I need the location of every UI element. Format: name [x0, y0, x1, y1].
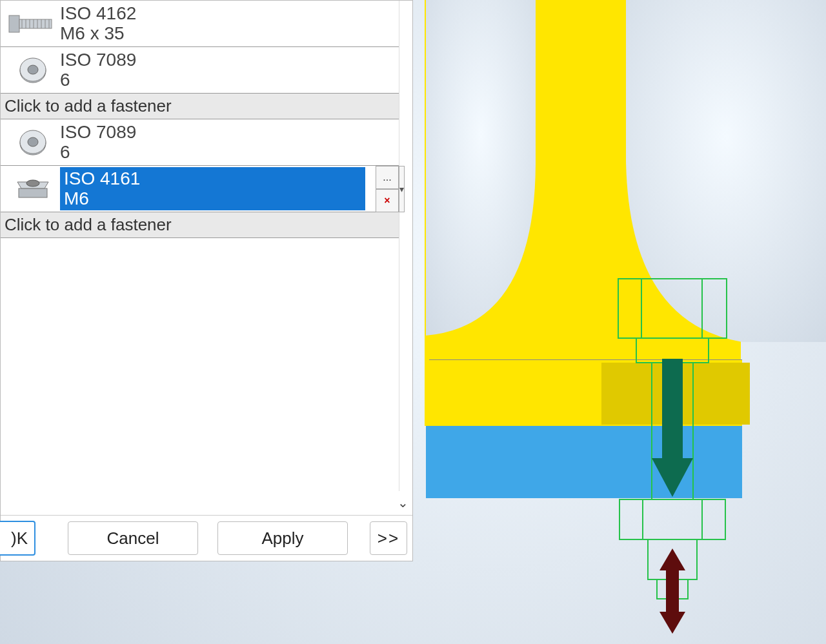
bolted-connection-dialog: ISO 4162 M6 x 35 ISO 7089 6 — [0, 0, 413, 561]
svg-rect-34 — [19, 188, 47, 197]
apply-button[interactable]: Apply — [217, 521, 348, 555]
add-fastener-prompt-upper[interactable]: Click to add a fastener — [1, 94, 399, 119]
fastener-size: 6 — [60, 70, 396, 90]
svg-point-36 — [26, 180, 39, 186]
nut-icon — [6, 167, 60, 210]
svg-rect-6 — [426, 426, 742, 498]
collapse-chevron-icon[interactable]: ⌄ — [398, 495, 408, 510]
add-fastener-prompt-lower[interactable]: Click to add a fastener — [1, 212, 399, 238]
fastener-list: ISO 4162 M6 x 35 ISO 7089 6 — [1, 1, 399, 491]
fastener-size: 6 — [60, 143, 396, 163]
fastener-row-washer-lower[interactable]: ISO 7089 6 — [1, 119, 399, 166]
svg-rect-12 — [643, 499, 702, 539]
fastener-browse-button[interactable]: ... — [376, 166, 399, 189]
svg-rect-19 — [19, 19, 52, 28]
cancel-button[interactable]: Cancel — [68, 521, 198, 555]
fastener-size: M6 x 35 — [60, 24, 396, 44]
washer-icon — [6, 121, 60, 164]
drag-length-arrow[interactable] — [660, 548, 685, 634]
ok-button[interactable]: )K — [0, 521, 35, 556]
fastener-size: M6 — [64, 189, 361, 209]
fastener-standard: ISO 7089 — [60, 50, 396, 70]
svg-point-33 — [28, 137, 38, 146]
washer-icon — [6, 48, 60, 92]
svg-rect-11 — [620, 499, 725, 539]
add-fastener-label: Click to add a fastener — [5, 96, 172, 116]
add-fastener-label: Click to add a fastener — [5, 215, 172, 235]
svg-marker-17 — [660, 548, 685, 634]
fastener-standard: ISO 7089 — [60, 123, 396, 143]
dialog-button-bar: )K Cancel Apply >> — [1, 515, 412, 561]
viewport-background: ISO 4162 M6 x 35 ISO 7089 6 — [0, 0, 826, 644]
fastener-standard: ISO 4161 — [64, 169, 361, 189]
expand-button[interactable]: >> — [370, 521, 407, 555]
fastener-selected-cell: ISO 4161 M6 — [60, 167, 365, 210]
bolt-icon — [6, 2, 60, 45]
fastener-row-nut-selected[interactable]: ISO 4161 M6 ... × ▾ — [1, 166, 399, 212]
fastener-row-bolt[interactable]: ISO 4162 M6 x 35 — [1, 1, 399, 47]
fastener-standard: ISO 4162 — [60, 4, 396, 24]
fastener-dropdown-button[interactable]: ▾ — [399, 166, 405, 212]
svg-rect-18 — [9, 15, 19, 32]
fastener-row-washer[interactable]: ISO 7089 6 — [1, 47, 399, 94]
svg-rect-15 — [662, 359, 683, 462]
fastener-delete-button[interactable]: × — [376, 189, 399, 212]
svg-point-30 — [28, 65, 38, 74]
